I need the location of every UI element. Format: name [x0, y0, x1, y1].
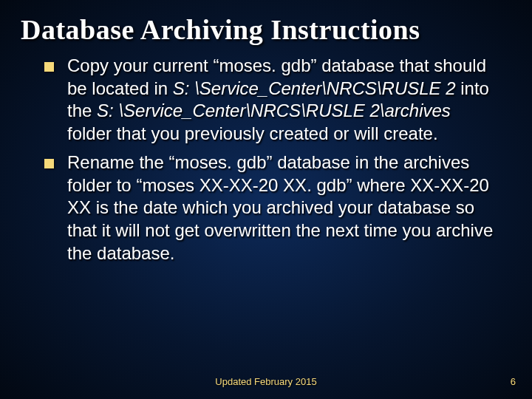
square-bullet-icon: [44, 159, 54, 168]
bullet-item: Copy your current “moses. gdb” database …: [44, 55, 495, 146]
bullet-text: Rename the “moses. gdb” database in the …: [67, 151, 495, 265]
slide-title: Database Archiving Instructions: [0, 0, 532, 52]
italic-path: S: \Service_Center\NRCS\RUSLE 2\archives: [97, 100, 451, 120]
footer-updated: Updated February 2015: [0, 376, 532, 387]
bullet-item: Rename the “moses. gdb” database in the …: [44, 151, 495, 265]
bullet-text: Copy your current “moses. gdb” database …: [67, 55, 495, 146]
slide-content: Copy your current “moses. gdb” database …: [0, 52, 532, 265]
slide: Database Archiving Instructions Copy you…: [0, 0, 532, 399]
text-segment: folder that you previously created or wi…: [67, 123, 438, 143]
text-segment: Rename the “moses. gdb” database in the …: [67, 152, 493, 263]
footer-page-number: 6: [511, 376, 516, 387]
italic-path: S: \Service_Center\NRCS\RUSLE 2: [173, 78, 456, 98]
square-bullet-icon: [44, 62, 54, 72]
